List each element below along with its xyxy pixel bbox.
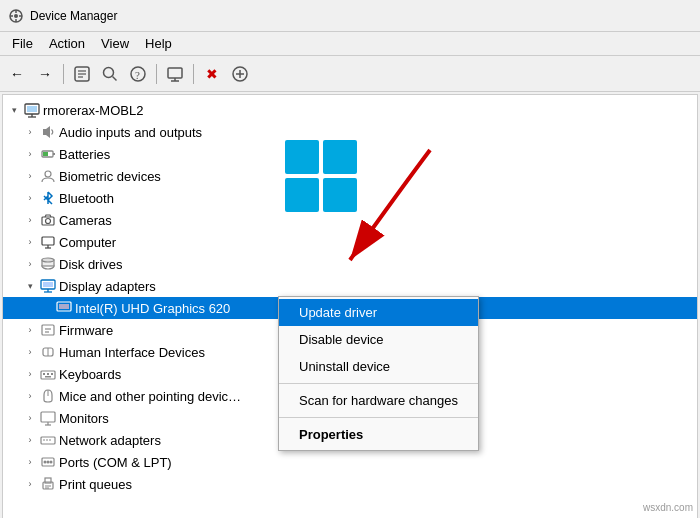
ctx-uninstall-device[interactable]: Uninstall device bbox=[279, 353, 478, 380]
tree-label-displayadapters: Display adapters bbox=[59, 279, 156, 294]
icon-network bbox=[40, 432, 56, 448]
icon-computer bbox=[40, 234, 56, 250]
svg-rect-49 bbox=[43, 373, 45, 375]
svg-point-1 bbox=[14, 14, 18, 18]
watermark: wsxdn.com bbox=[640, 501, 696, 514]
tree-item-ports[interactable]: › Ports (COM & LPT) bbox=[3, 451, 697, 473]
svg-point-10 bbox=[104, 67, 114, 77]
tree-item-displayadapters[interactable]: ▾ Display adapters bbox=[3, 275, 697, 297]
tree-label-print: Print queues bbox=[59, 477, 132, 492]
toggle-mice[interactable]: › bbox=[23, 389, 37, 403]
tree-label-ports: Ports (COM & LPT) bbox=[59, 455, 172, 470]
toggle-monitors[interactable]: › bbox=[23, 411, 37, 425]
toggle-intel bbox=[39, 301, 53, 315]
menu-action[interactable]: Action bbox=[41, 34, 93, 53]
toggle-diskdrives[interactable]: › bbox=[23, 257, 37, 271]
ctx-scan-hardware[interactable]: Scan for hardware changes bbox=[279, 387, 478, 414]
tree-label-bluetooth: Bluetooth bbox=[59, 191, 114, 206]
icon-mouse bbox=[40, 388, 56, 404]
ctx-sep-2 bbox=[279, 417, 478, 418]
toggle-ports[interactable]: › bbox=[23, 455, 37, 469]
svg-rect-57 bbox=[41, 437, 55, 444]
icon-print bbox=[40, 476, 56, 492]
toolbar-monitor-btn[interactable] bbox=[162, 61, 188, 87]
menu-help[interactable]: Help bbox=[137, 34, 180, 53]
menu-view[interactable]: View bbox=[93, 34, 137, 53]
icon-hid bbox=[40, 344, 56, 360]
toggle-keyboards[interactable]: › bbox=[23, 367, 37, 381]
toolbar: ← → ? ✖ bbox=[0, 56, 700, 92]
toggle-displayadapters[interactable]: ▾ bbox=[23, 279, 37, 293]
svg-point-63 bbox=[47, 461, 50, 464]
toolbar-uninstall-btn[interactable]: ✖ bbox=[199, 61, 225, 87]
tree-label-computer: Computer bbox=[59, 235, 116, 250]
tree-label-mice: Mice and other pointing devic… bbox=[59, 389, 241, 404]
svg-text:?: ? bbox=[135, 69, 140, 81]
icon-battery bbox=[40, 146, 56, 162]
toggle-audio[interactable]: › bbox=[23, 125, 37, 139]
toolbar-sep-1 bbox=[63, 64, 64, 84]
win-logo-q2 bbox=[323, 140, 357, 174]
ctx-disable-device[interactable]: Disable device bbox=[279, 326, 478, 353]
toolbar-sep-3 bbox=[193, 64, 194, 84]
toggle-biometric[interactable]: › bbox=[23, 169, 37, 183]
svg-rect-54 bbox=[41, 412, 55, 422]
tree-item-diskdrives[interactable]: › Disk drives bbox=[3, 253, 697, 275]
title-bar-title: Device Manager bbox=[30, 9, 117, 23]
context-menu: Update driver Disable device Uninstall d… bbox=[278, 296, 479, 451]
tree-label-root: rmorerax-MOBL2 bbox=[43, 103, 143, 118]
ctx-update-driver[interactable]: Update driver bbox=[279, 299, 478, 326]
toolbar-back-btn[interactable]: ← bbox=[4, 61, 30, 87]
toggle-root[interactable]: ▾ bbox=[7, 103, 21, 117]
toolbar-properties-btn[interactable] bbox=[69, 61, 95, 87]
icon-display bbox=[40, 278, 56, 294]
toolbar-scan-btn[interactable] bbox=[227, 61, 253, 87]
tree-label-hid: Human Interface Devices bbox=[59, 345, 205, 360]
svg-rect-40 bbox=[43, 282, 53, 287]
toggle-print[interactable]: › bbox=[23, 477, 37, 491]
tree-label-monitors: Monitors bbox=[59, 411, 109, 426]
svg-rect-50 bbox=[47, 373, 49, 375]
icon-ports bbox=[40, 454, 56, 470]
toolbar-forward-btn[interactable]: → bbox=[32, 61, 58, 87]
svg-rect-14 bbox=[168, 68, 182, 78]
icon-intel bbox=[56, 300, 72, 316]
toggle-cameras[interactable]: › bbox=[23, 213, 37, 227]
tree-label-firmware: Firmware bbox=[59, 323, 113, 338]
win-logo-q3 bbox=[285, 178, 319, 212]
menu-file[interactable]: File bbox=[4, 34, 41, 53]
toggle-bluetooth[interactable]: › bbox=[23, 191, 37, 205]
svg-marker-24 bbox=[43, 126, 50, 138]
tree-label-audio: Audio inputs and outputs bbox=[59, 125, 202, 140]
svg-rect-43 bbox=[42, 325, 54, 335]
svg-rect-31 bbox=[42, 237, 54, 245]
ctx-sep-1 bbox=[279, 383, 478, 384]
tree-label-diskdrives: Disk drives bbox=[59, 257, 123, 272]
toolbar-search-btn[interactable] bbox=[97, 61, 123, 87]
tree-item-print[interactable]: › Print queues bbox=[3, 473, 697, 495]
toggle-network[interactable]: › bbox=[23, 433, 37, 447]
icon-keyboard bbox=[40, 366, 56, 382]
toggle-batteries[interactable]: › bbox=[23, 147, 37, 161]
svg-rect-23 bbox=[27, 106, 37, 112]
tree-label-network: Network adapters bbox=[59, 433, 161, 448]
svg-rect-52 bbox=[45, 376, 51, 378]
title-bar: Device Manager bbox=[0, 0, 700, 32]
ctx-properties[interactable]: Properties bbox=[279, 421, 478, 448]
title-bar-icon bbox=[8, 8, 24, 24]
icon-monitors bbox=[40, 410, 56, 426]
tree-label-keyboards: Keyboards bbox=[59, 367, 121, 382]
svg-point-36 bbox=[42, 258, 54, 262]
toggle-firmware[interactable]: › bbox=[23, 323, 37, 337]
toggle-hid[interactable]: › bbox=[23, 345, 37, 359]
windows-logo bbox=[285, 140, 357, 212]
tree-item-cameras[interactable]: › Cameras bbox=[3, 209, 697, 231]
tree-label-intel: Intel(R) UHD Graphics 620 bbox=[75, 301, 230, 316]
tree-item-root[interactable]: ▾ rmorerax-MOBL2 bbox=[3, 99, 697, 121]
win-logo-q4 bbox=[323, 178, 357, 212]
toolbar-help-btn[interactable]: ? bbox=[125, 61, 151, 87]
toggle-computer[interactable]: › bbox=[23, 235, 37, 249]
tree-label-batteries: Batteries bbox=[59, 147, 110, 162]
svg-point-28 bbox=[45, 171, 51, 177]
tree-item-computer[interactable]: › Computer bbox=[3, 231, 697, 253]
